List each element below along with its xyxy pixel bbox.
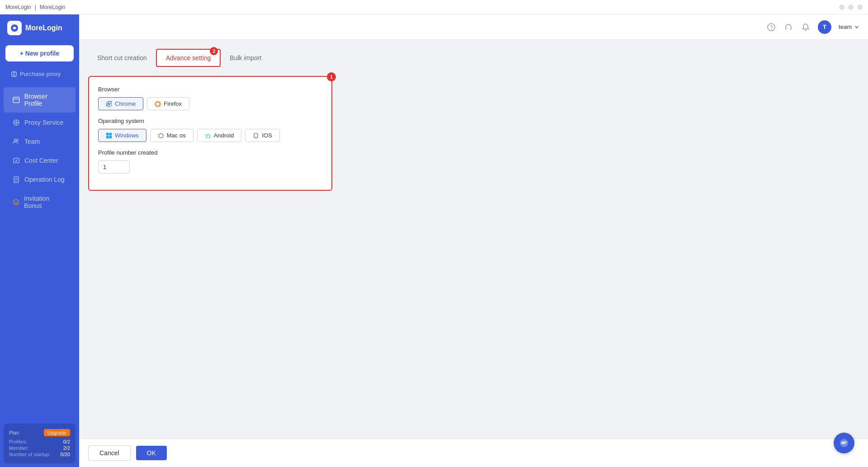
svg-point-32 xyxy=(256,137,256,137)
svg-rect-3 xyxy=(13,97,19,103)
svg-rect-22 xyxy=(106,133,109,136)
os-ios-label: IOS xyxy=(262,132,272,139)
svg-point-30 xyxy=(208,136,208,136)
sidebar-item-team[interactable]: Team xyxy=(4,132,75,151)
upgrade-button[interactable]: Upgrade xyxy=(44,429,70,436)
browser-firefox-button[interactable]: Firefox xyxy=(147,97,189,110)
sidebar-item-invitation-bonus[interactable]: $ Invitation Bonus xyxy=(4,189,75,215)
sidebar-item-label-team: Team xyxy=(24,138,40,145)
svg-rect-25 xyxy=(109,136,112,138)
tab-advance-label: Advance setting xyxy=(166,54,211,61)
invitation-bonus-icon: $ xyxy=(13,198,19,206)
logo-svg xyxy=(10,24,19,33)
os-ios-button[interactable]: IOS xyxy=(245,129,279,142)
svg-rect-23 xyxy=(109,133,112,136)
help-icon[interactable]: ? xyxy=(766,22,776,32)
svg-point-8 xyxy=(14,139,17,142)
os-android-button[interactable]: Android xyxy=(197,129,242,142)
avatar: T xyxy=(818,20,831,34)
profiles-value: 0/2 xyxy=(63,439,70,444)
sidebar-item-label-invitation-bonus: Invitation Bonus xyxy=(24,195,66,209)
browser-firefox-label: Firefox xyxy=(164,100,182,107)
tab-bulk-label: Bulk import xyxy=(230,54,261,61)
sidebar-footer: Plan Upgrade Profiles: 0/2 Member: 2/2 N… xyxy=(4,424,75,463)
svg-point-20 xyxy=(108,103,110,105)
browser-chrome-label: Chrome xyxy=(115,100,136,107)
os-macos-button[interactable]: Mac os xyxy=(150,129,193,142)
window-controls xyxy=(839,5,863,10)
user-info[interactable]: team xyxy=(839,24,859,30)
logo-icon xyxy=(7,21,22,35)
header: ? T team xyxy=(79,14,868,40)
profiles-label: Profiles: xyxy=(9,439,27,444)
windows-icon xyxy=(106,132,112,139)
app-name-2: MoreLogin xyxy=(40,4,66,10)
tab-advance-setting[interactable]: Advance setting 2 xyxy=(156,49,221,67)
os-windows-button[interactable]: Windows xyxy=(98,129,146,142)
header-right: ? T team xyxy=(766,20,859,34)
sidebar-item-operation-log[interactable]: Operation Log xyxy=(4,170,75,189)
os-section: Operating system Windows xyxy=(98,118,322,142)
bell-icon[interactable] xyxy=(801,22,811,32)
member-value: 2/2 xyxy=(63,445,70,451)
purchase-proxy-button[interactable]: Purchase proxy xyxy=(5,67,74,81)
proxy-service-icon xyxy=(13,119,20,126)
browser-section: Browser Chrome xyxy=(98,86,322,110)
form-panel: 1 Browser Chrome xyxy=(88,76,332,191)
headset-icon[interactable] xyxy=(783,22,793,32)
maximize-button[interactable] xyxy=(848,5,854,10)
cancel-button[interactable]: Cancel xyxy=(88,445,131,461)
chrome-icon xyxy=(106,101,112,107)
tab-shortcut-creation[interactable]: Short cut creation xyxy=(88,50,156,66)
team-icon xyxy=(13,138,20,145)
macos-icon xyxy=(158,132,164,139)
startup-value: 0/20 xyxy=(61,452,70,457)
svg-text:?: ? xyxy=(770,24,773,31)
os-button-group: Windows Mac os xyxy=(98,129,322,142)
startup-label: Number of startup: xyxy=(9,452,50,457)
member-stat: Member: 2/2 xyxy=(9,445,70,451)
svg-point-9 xyxy=(17,139,19,141)
titlebar-left: MoreLogin | MoreLogin xyxy=(5,4,66,10)
sidebar-item-label-operation-log: Operation Log xyxy=(24,176,65,183)
purchase-proxy-label: Purchase proxy xyxy=(20,71,61,77)
plan-row: Plan Upgrade xyxy=(9,429,70,436)
panel-badge: 1 xyxy=(327,72,336,81)
close-button[interactable] xyxy=(857,5,863,10)
sidebar: MoreLogin + New profile Purchase proxy B… xyxy=(0,14,79,467)
user-name: team xyxy=(839,24,852,30)
bottom-bar: Cancel OK xyxy=(79,439,868,467)
profile-number-input[interactable] xyxy=(98,160,130,174)
tabs: Short cut creation Advance setting 2 Bul… xyxy=(88,49,859,67)
main-area: ? T team xyxy=(79,14,868,467)
sidebar-item-label-browser-profile: Browser Profile xyxy=(24,93,66,107)
browser-chrome-button[interactable]: Chrome xyxy=(98,97,143,110)
browser-profile-icon xyxy=(13,96,20,104)
tab-bulk-import[interactable]: Bulk import xyxy=(221,50,270,66)
sidebar-item-browser-profile[interactable]: Browser Profile xyxy=(4,87,75,113)
operation-log-icon xyxy=(13,176,20,183)
sidebar-item-cost-center[interactable]: Cost Center xyxy=(4,151,75,170)
app-layout: MoreLogin + New profile Purchase proxy B… xyxy=(0,14,868,467)
browser-button-group: Chrome Firefox xyxy=(98,97,322,110)
android-icon xyxy=(205,132,211,139)
ok-button[interactable]: OK xyxy=(136,446,167,460)
sidebar-item-proxy-service[interactable]: Proxy Service xyxy=(4,113,75,132)
svg-rect-24 xyxy=(106,136,109,138)
proxy-icon xyxy=(11,71,17,77)
minimize-button[interactable] xyxy=(839,5,844,10)
cost-center-icon xyxy=(13,157,20,164)
svg-point-29 xyxy=(207,136,207,136)
chat-bubble[interactable] xyxy=(834,433,854,453)
sidebar-nav: Browser Profile Proxy Service Team xyxy=(0,83,79,420)
tab-advance-badge: 2 xyxy=(210,47,218,55)
svg-point-33 xyxy=(840,439,848,447)
os-android-label: Android xyxy=(214,132,234,139)
profile-number-section: Profile number created xyxy=(98,149,322,174)
svg-rect-26 xyxy=(206,135,210,138)
new-profile-button[interactable]: + New profile xyxy=(5,45,74,61)
plan-label: Plan xyxy=(9,430,19,435)
tab-shortcut-label: Short cut creation xyxy=(97,54,147,61)
app-name-1: MoreLogin xyxy=(5,4,31,10)
sidebar-item-label-proxy-service: Proxy Service xyxy=(24,119,63,126)
